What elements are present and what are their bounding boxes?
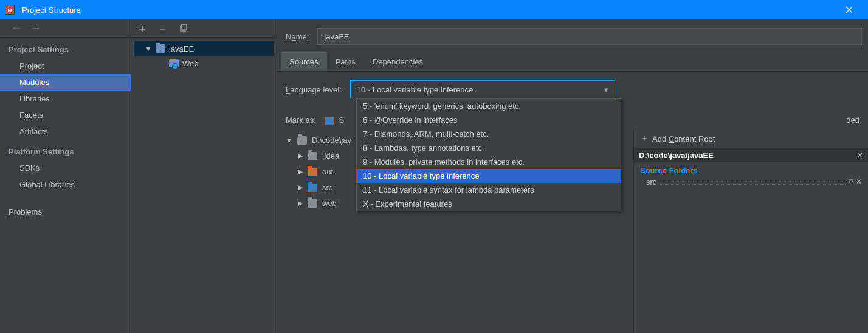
plus-icon: ＋ [640, 133, 649, 144]
modules-toolbar: ＋ － [131, 19, 277, 38]
sources-folder-icon [308, 184, 317, 192]
modules-column: ＋ － ▼ javaEE Web [131, 19, 277, 333]
section-project-settings: Project Settings [0, 38, 131, 58]
window-title: Project Structure [22, 5, 835, 15]
folder-icon [308, 199, 317, 208]
content-root-entry[interactable]: D:\code\java\javaEE ✕ [634, 148, 868, 162]
expand-arrow-icon[interactable]: ▶ [298, 168, 303, 176]
nav-item-libraries[interactable]: Libraries [0, 91, 131, 107]
edit-properties-icon[interactable]: P [849, 178, 853, 185]
module-node-web[interactable]: Web [134, 56, 274, 70]
language-option[interactable]: 6 - @Override in interfaces [357, 113, 621, 127]
excluded-folder-icon [308, 168, 317, 176]
folder-label: out [322, 167, 333, 176]
source-folders-header: Source Folders [634, 162, 868, 176]
add-content-root-button[interactable]: ＋ Add Content Root [634, 130, 868, 148]
mark-as-option-sources[interactable]: S [325, 115, 344, 125]
mark-as-truncated-tail: ded [846, 115, 859, 125]
sources-folder-icon [325, 117, 334, 125]
remove-module-button[interactable]: － [158, 24, 168, 33]
app-icon: IJ [5, 5, 15, 15]
module-tabs: Sources Paths Dependencies [277, 52, 868, 72]
language-option[interactable]: 9 - Modules, private methods in interfac… [357, 155, 621, 169]
language-level-row: Language level: 10 - Local variable type… [277, 72, 868, 106]
content-root-full-path: D:\code\java\javaEE [639, 151, 714, 160]
language-option[interactable]: X - Experimental features [357, 197, 621, 211]
expand-arrow-icon[interactable]: ▼ [145, 45, 152, 52]
title-bar: IJ Project Structure [0, 0, 868, 19]
module-detail-column: Name: Sources Paths Dependencies Languag… [277, 19, 868, 333]
language-level-select[interactable]: 10 - Local variable type inference ▾ [350, 80, 615, 98]
tab-paths[interactable]: Paths [327, 52, 364, 71]
language-level-label: Language level: [286, 85, 342, 94]
folder-label: src [322, 183, 332, 192]
mark-as-truncated: S [339, 115, 344, 125]
modules-tree: ▼ javaEE Web [131, 38, 277, 74]
source-folder-label: src [646, 177, 656, 187]
name-label: Name: [286, 32, 309, 41]
nav-item-modules[interactable]: Modules [0, 74, 131, 91]
content-roots-panel: ＋ Add Content Root D:\code\java\javaEE ✕… [633, 130, 868, 333]
folder-label: web [322, 199, 337, 208]
language-option[interactable]: 7 - Diamonds, ARM, multi-catch etc. [357, 127, 621, 141]
module-name-input[interactable] [317, 28, 862, 45]
tab-dependencies[interactable]: Dependencies [364, 52, 432, 71]
language-option-selected[interactable]: 10 - Local variable type inference [357, 169, 621, 183]
module-name-row: Name: [277, 19, 868, 52]
copy-module-button[interactable] [179, 24, 188, 33]
nav-back-button[interactable]: ← [11, 22, 22, 35]
folder-icon [308, 152, 317, 160]
nav-item-problems[interactable]: Problems [0, 204, 131, 220]
dotted-separator [660, 179, 845, 185]
main-layout: ← → Project Settings Project Modules Lib… [0, 19, 868, 333]
expand-arrow-icon[interactable]: ▶ [298, 184, 303, 191]
settings-nav-column: ← → Project Settings Project Modules Lib… [0, 19, 131, 333]
folder-icon [297, 136, 307, 145]
unmark-source-icon[interactable]: ✕ [856, 177, 862, 186]
language-level-value: 10 - Local variable type inference [357, 85, 474, 94]
svg-rect-1 [182, 24, 187, 30]
source-folder-actions: P ✕ [849, 177, 862, 186]
nav-item-sdks[interactable]: SDKs [0, 160, 131, 176]
tab-sources[interactable]: Sources [281, 52, 327, 71]
add-module-button[interactable]: ＋ [137, 24, 147, 33]
source-folder-item[interactable]: src P ✕ [634, 176, 868, 188]
chevron-down-icon: ▾ [604, 85, 608, 94]
nav-item-project[interactable]: Project [0, 58, 131, 74]
copy-icon [179, 24, 188, 33]
close-window-button[interactable] [835, 0, 863, 19]
module-label: javaEE [169, 44, 194, 53]
language-option[interactable]: 11 - Local variable syntax for lambda pa… [357, 183, 621, 197]
language-option[interactable]: 8 - Lambdas, type annotations etc. [357, 141, 621, 155]
expand-arrow-icon[interactable]: ▶ [298, 152, 303, 160]
nav-forward-button[interactable]: → [30, 22, 41, 35]
content-root-path: D:\code\jav [312, 136, 351, 145]
mark-as-label: Mark as: [286, 115, 316, 125]
remove-content-root-button[interactable]: ✕ [856, 151, 863, 160]
folder-label: .idea [322, 151, 339, 160]
module-label: Web [182, 59, 199, 68]
add-content-root-label: Add Content Root [652, 134, 715, 143]
nav-history-bar: ← → [0, 19, 131, 38]
nav-item-artifacts[interactable]: Artifacts [0, 123, 131, 140]
module-folder-icon [156, 44, 165, 53]
language-option[interactable]: 5 - 'enum' keyword, generics, autoboxing… [357, 99, 621, 113]
section-platform-settings: Platform Settings [0, 140, 131, 160]
nav-item-facets[interactable]: Facets [0, 107, 131, 123]
module-node-javaee[interactable]: ▼ javaEE [134, 41, 274, 56]
expand-arrow-icon[interactable]: ▶ [298, 199, 303, 207]
web-module-icon [169, 59, 179, 67]
nav-item-global-libraries[interactable]: Global Libraries [0, 176, 131, 193]
language-level-dropdown: 5 - 'enum' keyword, generics, autoboxing… [356, 98, 621, 211]
expand-arrow-icon[interactable]: ▼ [286, 137, 292, 144]
close-icon [846, 6, 853, 13]
